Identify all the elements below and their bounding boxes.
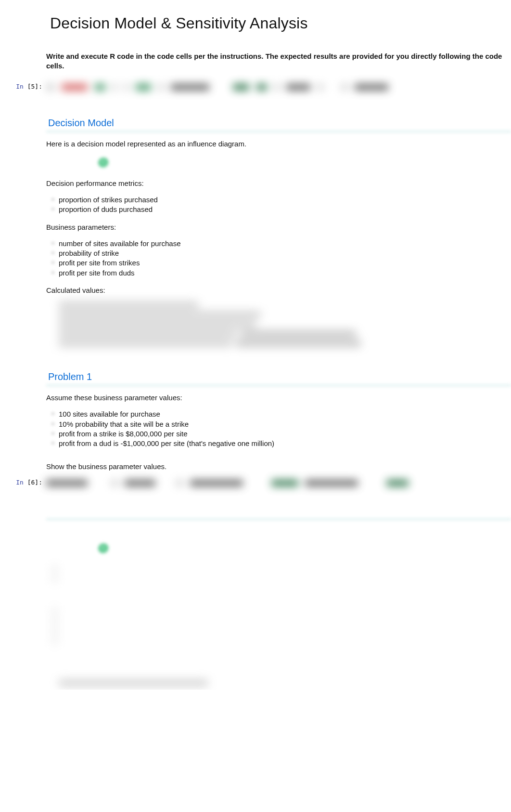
page-content: Decision Model & Sensitivity Analysis Wr… [0,14,511,71]
problem-task: Show the business parameter values. [46,462,511,471]
section-heading: Problem 1 [48,371,511,382]
section-rule [46,518,511,520]
calculated-values-blurred [46,302,511,347]
blurred-code [46,479,511,487]
list-item: proportion of duds purchased [53,205,511,214]
problem-values-list: 100 sites available for purchase 10% pro… [46,409,511,448]
prompt-in: In [16,479,24,486]
section-rule [46,131,511,132]
page-title: Decision Model & Sensitivity Analysis [50,14,511,32]
metrics-list: proportion of strikes purchased proporti… [46,195,511,215]
code-input[interactable] [46,479,511,489]
instructions: Write and execute R code in the code cel… [46,52,511,71]
code-cell: In [6]: [0,479,511,489]
list-item: profit from a strike is $8,000,000 per s… [53,429,511,439]
list-item: number of sites available for purchase [53,239,511,249]
list-item: 100 sites available for purchase [53,409,511,419]
cell-prompt: In [6]: [0,479,46,486]
problem-intro: Assume these business parameter values: [46,393,511,403]
list-item: profit from a dud is -$1,000,000 per sit… [53,439,511,448]
blurred-code [46,83,511,92]
lock-icon [98,157,109,168]
params-list: number of sites available for purchase p… [46,239,511,278]
prompt-in: In [16,83,24,90]
prompt-num: [5]: [27,83,42,90]
list-item: proportion of strikes purchased [53,195,511,205]
list-item: profit per site from duds [53,268,511,278]
list-item: probability of strike [53,249,511,258]
hidden-content-blurred [46,609,511,644]
hidden-content-blurred [46,566,511,583]
params-label: Business parameters: [46,223,511,232]
lock-icon [98,543,109,554]
calc-label: Calculated values: [46,286,511,295]
prompt-num: [6]: [27,479,42,486]
cell-prompt: In [5]: [0,83,46,90]
hidden-section [0,518,511,687]
list-item: profit per site from strikes [53,258,511,268]
metrics-label: Decision performance metrics: [46,179,511,188]
section-decision-model: Decision Model Here is a decision model … [0,118,511,472]
section-rule [46,384,511,386]
section-intro: Here is a decision model represented as … [46,139,511,149]
code-input[interactable] [46,83,511,93]
hidden-content-blurred [46,680,511,687]
code-cell: In [5]: [0,83,511,93]
notebook-page: Decision Model & Sensitivity Analysis Wr… [0,14,511,687]
list-item: 10% probability that a site will be a st… [53,419,511,429]
section-heading: Decision Model [48,118,511,129]
